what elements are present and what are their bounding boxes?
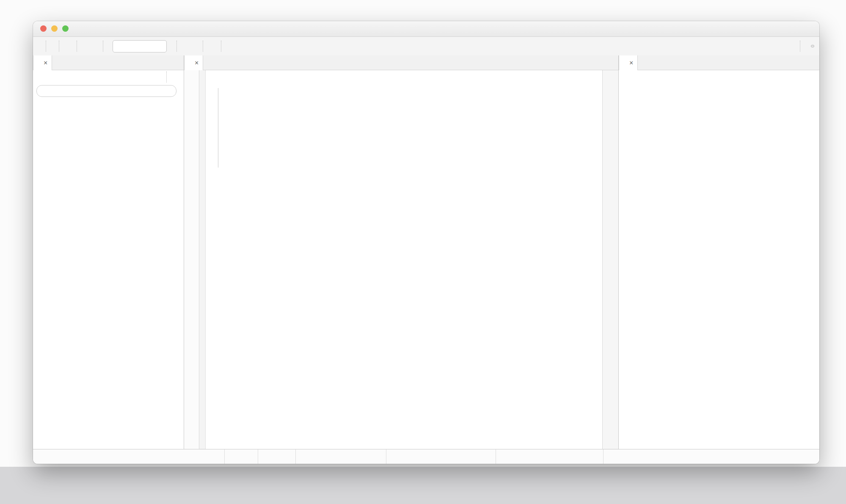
editor-toolbar-rail [184,70,199,449]
close-editor-tab-icon[interactable]: × [195,59,198,67]
close-outline-tab-icon[interactable]: × [629,59,633,67]
tab-script-16[interactable]: × [184,55,203,70]
connection-selector[interactable] [183,45,190,47]
fold-guide-line [218,88,218,168]
toolbar-separator [103,41,105,52]
status-writable[interactable] [295,449,386,464]
sql-editor-panel: × [184,55,619,449]
outline-panel: × [619,55,819,449]
tab-outline[interactable]: × [619,55,638,70]
close-tab-icon[interactable]: × [44,59,47,67]
zoom-window-button[interactable] [62,25,69,32]
toolbar-separator [46,41,48,52]
outline-tabbar: × [619,55,819,70]
editor-tabbar: × [184,55,618,70]
close-window-button[interactable] [40,25,47,32]
toolbar-separator [800,41,802,52]
toolbar-separator [59,41,61,52]
commit-mode-select[interactable] [113,40,167,52]
navigator-toolbar [33,70,184,84]
schema-selector[interactable] [191,45,198,47]
toolbar-separator [176,41,179,52]
desktop-background-band [0,467,846,504]
status-bar [33,449,819,464]
toolbar-separator [77,41,79,52]
title-bar [33,21,819,37]
minimize-window-button[interactable] [51,25,58,32]
status-timezone [224,449,258,464]
object-filter-input[interactable] [36,85,176,97]
toolbar-separator [221,41,223,52]
sql-editor-button[interactable] [65,45,72,47]
toolbar-separator [166,72,168,83]
main-area: × [33,55,819,449]
toolbar-separator [203,41,205,52]
navigator-tabbar: × [33,55,184,70]
annotation-gutter [199,70,206,449]
editor-side-tabs [602,70,618,449]
outline-tree [619,70,819,449]
traffic-lights [40,25,69,32]
main-toolbar [33,37,819,56]
navigator-filter-row [33,84,184,99]
status-locale [258,449,295,464]
sql-code[interactable] [205,70,602,449]
status-selection [603,449,685,464]
database-tree [33,99,184,449]
tab-projects[interactable] [52,55,63,70]
code-area[interactable] [199,70,602,449]
database-navigator-panel: × [33,55,184,449]
tab-database-navigator[interactable]: × [33,55,52,70]
rollback-button[interactable] [90,45,95,47]
commit-button[interactable] [83,45,88,47]
status-cursor-position[interactable] [496,449,603,464]
dbeaver-window: × [33,21,819,464]
user-avatar[interactable] [811,45,814,47]
status-insert-mode[interactable] [386,449,496,464]
